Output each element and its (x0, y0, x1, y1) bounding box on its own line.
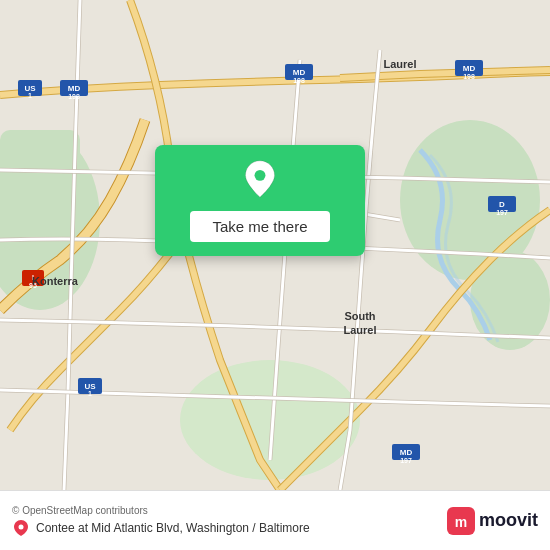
location-text: Contee at Mid Atlantic Blvd, Washington … (36, 521, 310, 535)
svg-text:Laurel: Laurel (343, 324, 376, 336)
svg-text:197: 197 (496, 209, 508, 216)
popup-card[interactable]: Take me there (155, 145, 365, 256)
svg-text:m: m (455, 514, 467, 530)
svg-text:198: 198 (68, 93, 80, 100)
moovit-brand-icon: m (447, 507, 475, 535)
location-pin-icon (240, 159, 280, 203)
bottom-left: © OpenStreetMap contributors Contee at M… (12, 505, 310, 537)
svg-text:1: 1 (28, 92, 32, 99)
svg-text:MD: MD (400, 448, 413, 457)
svg-text:Laurel: Laurel (383, 58, 416, 70)
svg-text:MD: MD (463, 64, 476, 73)
svg-text:MD: MD (293, 68, 306, 77)
svg-text:MD: MD (68, 84, 81, 93)
svg-rect-4 (0, 130, 80, 250)
bottom-bar: © OpenStreetMap contributors Contee at M… (0, 490, 550, 550)
svg-text:Konterra: Konterra (32, 275, 79, 287)
map-container: US 1 MD 198 MD 198 MD 198 I 95 US 1 MD 1… (0, 0, 550, 490)
svg-text:D: D (499, 200, 505, 209)
svg-point-35 (19, 524, 24, 529)
svg-text:South: South (344, 310, 375, 322)
moovit-logo: m moovit (447, 507, 538, 535)
svg-text:197: 197 (400, 457, 412, 464)
svg-point-34 (255, 170, 266, 181)
svg-text:198: 198 (463, 73, 475, 80)
take-me-there-button[interactable]: Take me there (190, 211, 329, 242)
svg-point-3 (180, 360, 360, 480)
moovit-brand-text: moovit (479, 510, 538, 531)
svg-text:1: 1 (88, 390, 92, 397)
svg-text:198: 198 (293, 77, 305, 84)
location-icon (12, 519, 30, 537)
copyright-text: © OpenStreetMap contributors (12, 505, 310, 516)
